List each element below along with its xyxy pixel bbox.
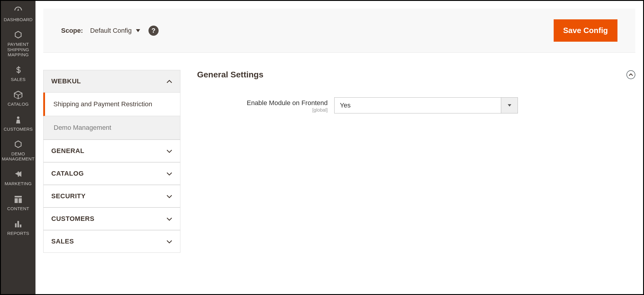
- nav-label: CUSTOMERS: [4, 127, 32, 132]
- main-panel: Scope: Default Config ? Save Config WEBK…: [35, 1, 643, 294]
- chevron-down-icon: [166, 192, 172, 200]
- layout-icon: [12, 194, 24, 205]
- field-control: Yes: [334, 97, 518, 113]
- field-label-wrap: Enable Module on Frontend [global]: [197, 97, 334, 113]
- select-value: Yes: [340, 102, 351, 109]
- settings-section-header[interactable]: General Settings: [197, 70, 635, 79]
- field-label: Enable Module on Frontend: [197, 99, 328, 107]
- chevron-down-icon: [166, 147, 172, 155]
- config-section-title: CUSTOMERS: [51, 215, 95, 223]
- nav-label: SALES: [11, 77, 25, 82]
- help-icon[interactable]: ?: [148, 26, 159, 36]
- config-item-shipping-payment-restriction[interactable]: Shipping and Payment Restriction: [43, 93, 180, 116]
- config-section-title: GENERAL: [51, 147, 84, 155]
- scope-value: Default Config: [90, 27, 131, 35]
- settings-header-title: General Settings: [197, 70, 264, 79]
- scope-label: Scope:: [61, 27, 83, 35]
- person-icon: [12, 115, 24, 125]
- config-section-security[interactable]: SECURITY: [43, 185, 180, 207]
- chevron-down-icon: [166, 215, 172, 223]
- nav-payment-shipping-mapping[interactable]: PAYMENT SHIPPING MAPPING: [1, 26, 35, 61]
- nav-customers[interactable]: CUSTOMERS: [1, 110, 35, 135]
- config-item-demo-management[interactable]: Demo Management: [43, 116, 180, 140]
- nav-content[interactable]: CONTENT: [1, 190, 35, 215]
- hexagon-icon: [12, 30, 24, 40]
- nav-dashboard[interactable]: DASHBOARD: [1, 1, 35, 26]
- collapse-toggle-icon[interactable]: [626, 70, 635, 79]
- config-section-customers[interactable]: CUSTOMERS: [43, 207, 180, 230]
- nav-label: DEMO MANAGEMENT: [2, 151, 35, 162]
- field-scope: [global]: [197, 107, 328, 113]
- scope-dropdown[interactable]: Default Config: [90, 27, 140, 35]
- select-arrow-button[interactable]: [501, 97, 518, 113]
- field-enable-module: Enable Module on Frontend [global] Yes: [197, 97, 635, 113]
- save-config-button[interactable]: Save Config: [554, 19, 617, 42]
- config-section-webkul[interactable]: WEBKUL: [43, 70, 180, 93]
- config-item-label: Shipping and Payment Restriction: [53, 100, 152, 108]
- chevron-down-icon: [136, 29, 140, 32]
- chevron-up-icon: [166, 77, 172, 85]
- scope-bar: Scope: Default Config ? Save Config: [43, 9, 635, 53]
- nav-label: CATALOG: [8, 102, 29, 107]
- config-tabs: WEBKUL Shipping and Payment Restriction …: [43, 70, 180, 294]
- dollar-icon: [12, 65, 24, 76]
- config-section-title: SECURITY: [51, 192, 86, 200]
- config-section-title: CATALOG: [51, 170, 84, 177]
- nav-label: MARKETING: [5, 181, 32, 186]
- nav-label: DASHBOARD: [4, 17, 33, 22]
- nav-label: PAYMENT SHIPPING MAPPING: [2, 42, 34, 57]
- dashboard-icon: [12, 5, 24, 16]
- config-section-general[interactable]: GENERAL: [43, 140, 180, 162]
- config-section-title: SALES: [51, 238, 74, 245]
- bar-chart-icon: [12, 219, 24, 230]
- content-row: WEBKUL Shipping and Payment Restriction …: [35, 53, 643, 294]
- config-section-title: WEBKUL: [51, 77, 81, 85]
- megaphone-icon: [12, 169, 24, 180]
- box-icon: [12, 90, 24, 100]
- config-section-sales[interactable]: SALES: [43, 230, 180, 253]
- config-section-catalog[interactable]: CATALOG: [43, 162, 180, 185]
- nav-marketing[interactable]: MARKETING: [1, 165, 35, 190]
- hexagon-icon: [12, 139, 24, 150]
- config-item-label: Demo Management: [54, 124, 111, 131]
- nav-catalog[interactable]: CATALOG: [1, 85, 35, 110]
- nav-label: CONTENT: [7, 206, 29, 211]
- nav-sales[interactable]: SALES: [1, 61, 35, 85]
- settings-panel: General Settings Enable Module on Fronte…: [180, 70, 635, 294]
- chevron-down-icon: [166, 238, 172, 245]
- chevron-down-icon: [508, 104, 511, 107]
- admin-sidebar: DASHBOARD PAYMENT SHIPPING MAPPING SALES…: [1, 1, 35, 294]
- enable-module-select[interactable]: Yes: [334, 97, 501, 113]
- chevron-down-icon: [166, 170, 172, 177]
- nav-reports[interactable]: REPORTS: [1, 215, 35, 239]
- nav-demo-management[interactable]: DEMO MANAGEMENT: [1, 135, 35, 165]
- nav-label: REPORTS: [7, 231, 29, 236]
